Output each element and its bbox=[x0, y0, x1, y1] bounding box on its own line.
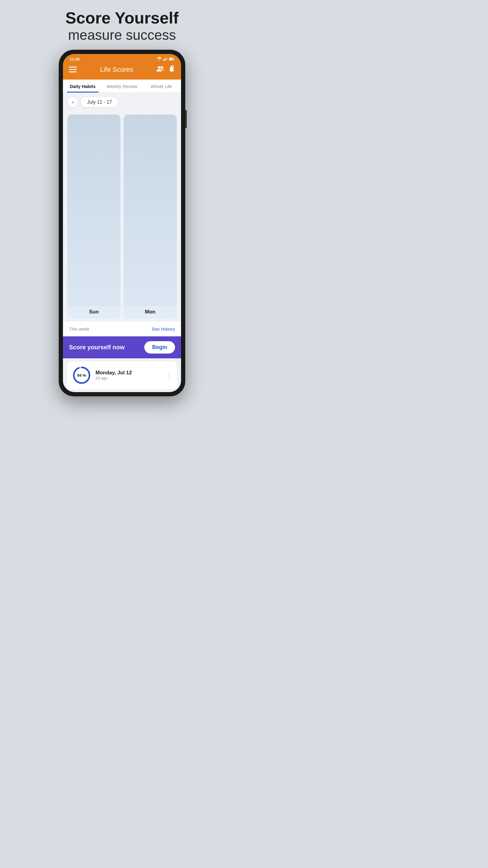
status-time: 11:00 bbox=[70, 57, 79, 61]
headline-bold: Score Yourself bbox=[65, 9, 178, 27]
svg-point-8 bbox=[158, 66, 160, 69]
status-icons bbox=[157, 57, 174, 61]
headline-sub: measure success bbox=[65, 27, 178, 43]
tab-weekly-review[interactable]: Weekly Review bbox=[102, 80, 142, 93]
history-date: Monday, Jul 12 bbox=[96, 370, 162, 376]
more-options-icon[interactable]: ⋮ bbox=[166, 372, 172, 379]
day-label-sun: Sun bbox=[67, 306, 121, 318]
phone-outer: 11:00 bbox=[59, 50, 185, 396]
date-range-pill[interactable]: July 11 - 17 bbox=[81, 97, 118, 107]
svg-rect-4 bbox=[167, 57, 167, 61]
day-card-mon-bg bbox=[124, 115, 177, 318]
app-title: Life Scores bbox=[100, 66, 133, 73]
tabs-bar: Daily Habits Weekly Review Whole Life bbox=[63, 80, 181, 93]
bell-icon[interactable] bbox=[168, 65, 175, 74]
phone-side-button bbox=[185, 110, 187, 128]
phone-screen: 11:00 bbox=[63, 54, 181, 392]
svg-point-11 bbox=[172, 65, 174, 67]
history-ago: 2d ago bbox=[96, 376, 162, 380]
day-card-sun-bg bbox=[67, 115, 121, 318]
wifi-icon bbox=[157, 57, 162, 61]
svg-point-9 bbox=[161, 66, 163, 69]
see-history-button[interactable]: See History bbox=[152, 327, 175, 332]
svg-rect-6 bbox=[170, 58, 173, 60]
svg-point-10 bbox=[171, 71, 172, 72]
history-info: Monday, Jul 12 2d ago bbox=[96, 370, 162, 380]
this-week-label: This week bbox=[69, 327, 90, 332]
date-nav: ‹ July 11 - 17 bbox=[63, 93, 181, 112]
people-icon[interactable] bbox=[156, 65, 164, 74]
back-arrow-icon: ‹ bbox=[72, 99, 73, 105]
svg-rect-3 bbox=[166, 58, 167, 61]
phone-wrapper: 11:00 bbox=[59, 50, 185, 434]
cta-text: Score yourself now bbox=[69, 344, 125, 351]
week-row: This week See History bbox=[63, 321, 181, 336]
day-card-mon[interactable]: Mon bbox=[124, 115, 177, 318]
battery-icon bbox=[169, 57, 174, 61]
svg-rect-1 bbox=[163, 59, 164, 61]
tab-whole-life[interactable]: Whole Life bbox=[141, 80, 181, 93]
circle-progress: 94 % bbox=[72, 366, 91, 385]
cta-banner: Score yourself now Begin bbox=[63, 336, 181, 358]
top-bar-icons bbox=[156, 65, 175, 74]
date-back-button[interactable]: ‹ bbox=[68, 97, 78, 107]
svg-rect-7 bbox=[174, 59, 174, 59]
svg-rect-2 bbox=[164, 59, 165, 61]
percentage-label: 94 % bbox=[77, 373, 86, 377]
signal-icon bbox=[163, 57, 167, 61]
tab-daily-habits[interactable]: Daily Habits bbox=[63, 80, 102, 93]
history-entry[interactable]: 94 % Monday, Jul 12 2d ago ⋮ bbox=[67, 361, 177, 389]
headline-area: Score Yourself measure success bbox=[59, 0, 185, 50]
menu-icon[interactable] bbox=[69, 67, 77, 72]
top-nav-bar: Life Scores bbox=[63, 63, 181, 80]
begin-button[interactable]: Begin bbox=[144, 341, 175, 353]
day-label-mon: Mon bbox=[124, 306, 177, 318]
day-cards-area: Sun Mon bbox=[63, 112, 181, 321]
day-card-sun[interactable]: Sun bbox=[67, 115, 121, 318]
status-bar: 11:00 bbox=[63, 54, 181, 63]
svg-point-0 bbox=[159, 60, 160, 61]
